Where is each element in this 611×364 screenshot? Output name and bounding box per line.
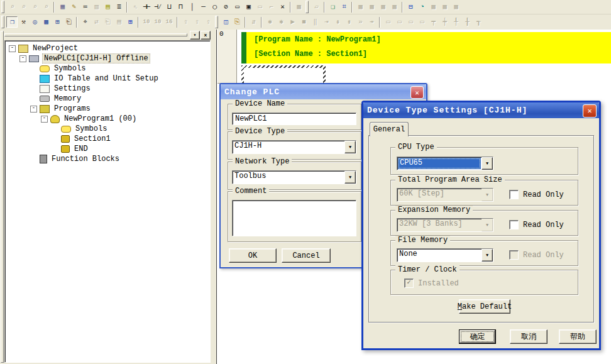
- ok-button[interactable]: OK: [229, 248, 277, 263]
- chevron-down-icon[interactable]: ▼: [482, 249, 493, 262]
- edit-rung-delete-icon: ▩: [366, 1, 377, 13]
- make-default-button[interactable]: Make Default: [459, 299, 510, 314]
- set-value-icon: ╂: [461, 16, 473, 28]
- make-default-underline: M: [458, 302, 462, 311]
- tree-item-new-project[interactable]: -NewProject: [5, 43, 210, 53]
- new-coil-icon[interactable]: ◯: [209, 1, 220, 13]
- ok-button[interactable]: 确定: [459, 329, 496, 344]
- step-out-icon: ⇟: [343, 16, 355, 28]
- cross-reference-icon[interactable]: ▩: [40, 16, 52, 28]
- device-type-select[interactable]: CJ1H-H ▼: [232, 140, 356, 154]
- panel-header-grip[interactable]: [4, 33, 187, 36]
- tree-item-function-blocks[interactable]: Function Blocks: [5, 154, 210, 164]
- new-or-contact-icon[interactable]: ⊔: [163, 1, 175, 13]
- symbol-compare-icon[interactable]: ⊟: [405, 1, 416, 13]
- tree-expander-icon[interactable]: -: [19, 55, 26, 62]
- file-memory-select[interactable]: None ▼: [397, 248, 493, 262]
- force-cancel-icon: ╀: [450, 16, 461, 28]
- network-type-label: Network Type: [233, 157, 292, 166]
- tab-general[interactable]: General: [370, 122, 409, 136]
- new-contact-icon[interactable]: ⊣⊢: [141, 1, 152, 13]
- monitor-hex-icon: 16: [163, 16, 175, 28]
- toolbar-grip[interactable]: [306, 1, 309, 13]
- chevron-down-icon: ▼: [482, 219, 493, 231]
- symbol-bar-icon[interactable]: ▤: [102, 1, 113, 13]
- cancel-button[interactable]: Cancel: [282, 248, 331, 263]
- view-window-icon[interactable]: ❐: [6, 16, 18, 28]
- transfer-to-plc-icon: ⇵: [248, 16, 259, 28]
- program-icon: [50, 115, 60, 123]
- step-run-icon: ⇥: [321, 16, 332, 28]
- tree-item-symbols[interactable]: Symbols: [5, 63, 210, 74]
- grid-icon[interactable]: ▦: [57, 1, 68, 13]
- toolbar-grip[interactable]: [215, 16, 218, 28]
- application-window: ⌕⌕⌕⌕▦✎≔▥▤≣⇖⊣⊢⊣∕⊔⊓│─◯⊘▭▣▭⌐✕▩▱❏⌗▩▩▩▩⊟◔▩▩▩ …: [0, 0, 611, 364]
- new-closed-coil-icon[interactable]: ⊘: [220, 1, 231, 13]
- chevron-down-icon[interactable]: ▼: [344, 141, 356, 153]
- close-icon[interactable]: ✕: [410, 86, 424, 99]
- panel-drag-grip[interactable]: [1, 31, 4, 363]
- layers-icon[interactable]: ❏: [327, 1, 338, 13]
- toolbar-grip[interactable]: [1, 16, 4, 28]
- panel-splitter[interactable]: [212, 30, 216, 364]
- tree-item-new-program1[interactable]: -NewProgram1 (00): [5, 114, 210, 124]
- keyboard-mapping-icon[interactable]: ⌗: [338, 1, 350, 13]
- tree-item-end[interactable]: END: [5, 144, 210, 154]
- watch-window-icon[interactable]: ◎: [29, 16, 40, 28]
- device-type-settings-title-bar: Device Type Settings [CJ1H-H]: [363, 102, 599, 118]
- checkbox-icon[interactable]: [509, 190, 519, 199]
- panel-close-button[interactable]: x: [201, 31, 211, 40]
- new-horizontal-icon[interactable]: ─: [197, 1, 209, 13]
- cancel-button[interactable]: 取消: [510, 329, 548, 344]
- tree-item-programs[interactable]: -Programs: [5, 104, 210, 114]
- chevron-down-icon[interactable]: ▼: [482, 157, 493, 170]
- project-tree[interactable]: -NewProject-NewPLC1[CJ1H-H] OfflineSymbo…: [4, 40, 211, 363]
- comment-textarea[interactable]: [232, 200, 356, 236]
- file-memory-label: File Memory: [395, 236, 450, 245]
- help-button[interactable]: 帮助: [559, 329, 597, 344]
- programs-icon: [40, 105, 50, 113]
- tree-expander-icon[interactable]: -: [30, 106, 37, 113]
- cpu-type-select[interactable]: CPU65 ▼: [397, 157, 493, 170]
- monitor-mode-icon: ✱: [275, 16, 287, 28]
- auto-online-icon[interactable]: ⎘: [231, 16, 243, 28]
- output-window-icon[interactable]: ⊞: [52, 16, 63, 28]
- tree-item-new-plc1[interactable]: -NewPLC1[CJ1H-H] Offline: [5, 53, 210, 63]
- toolbar-grip[interactable]: [1, 1, 4, 13]
- work-online-icon[interactable]: ◫: [220, 16, 231, 28]
- find-icon[interactable]: ⌖: [79, 16, 91, 28]
- new-pb-instruction-icon[interactable]: ▣: [243, 1, 254, 13]
- tree-item-memory[interactable]: Memory: [5, 94, 210, 104]
- tree-expander-icon[interactable]: -: [41, 116, 48, 123]
- address-reference-tool-icon[interactable]: ⊞: [124, 16, 136, 28]
- cycle-time-icon[interactable]: ◔: [416, 1, 427, 13]
- close-icon[interactable]: ✕: [583, 104, 597, 118]
- new-closed-contact-icon[interactable]: ⊣∕: [152, 1, 163, 13]
- tree-item-settings[interactable]: Settings: [5, 84, 210, 94]
- read-only-label: Read Only: [523, 221, 564, 229]
- end-icon: [61, 145, 70, 153]
- tree-item-section1[interactable]: Section1: [5, 134, 210, 144]
- properties-icon[interactable]: ⎗: [63, 16, 74, 28]
- expansion-memory-select: 32KW [3 Banks] ▼: [397, 218, 493, 232]
- rung-comment-icon[interactable]: ✎: [68, 1, 79, 13]
- compile-icon[interactable]: ⚒: [18, 16, 29, 28]
- new-closed-or-contact-icon[interactable]: ⊓: [175, 1, 186, 13]
- hierarchy-icon[interactable]: ≣: [113, 1, 124, 13]
- program-area-read-only-checkbox[interactable]: Read Only: [509, 190, 564, 199]
- new-instruction-icon[interactable]: ▭: [231, 1, 243, 13]
- chevron-down-icon[interactable]: ▼: [344, 171, 356, 184]
- statement-list-icon[interactable]: ≔: [79, 1, 91, 13]
- change-plc-title-bar: Change PLC: [221, 84, 426, 99]
- new-vertical-icon[interactable]: │: [186, 1, 197, 13]
- tree-item-io-table[interactable]: IO Table and Unit Setup: [5, 74, 210, 84]
- tree-expander-icon[interactable]: -: [9, 45, 16, 52]
- device-name-input[interactable]: NewPLC1: [232, 113, 356, 125]
- panel-menu-button[interactable]: ▾: [190, 31, 200, 40]
- tree-item-label: Memory: [53, 94, 82, 103]
- checkbox-icon[interactable]: [509, 220, 519, 229]
- delete-icon[interactable]: ✕: [277, 1, 288, 13]
- expansion-memory-read-only-checkbox[interactable]: Read Only: [509, 220, 564, 229]
- tree-item-program-symbols[interactable]: Symbols: [5, 124, 210, 134]
- network-type-select[interactable]: Toolbus ▼: [232, 170, 356, 184]
